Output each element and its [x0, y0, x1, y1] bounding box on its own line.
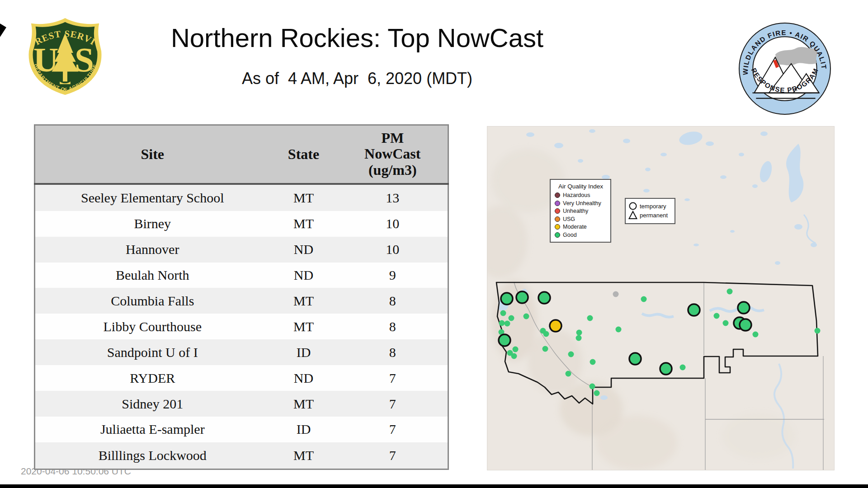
site-marker-good: [629, 353, 641, 365]
monitor-type-icons: [628, 202, 637, 221]
site-marker-good: [738, 302, 750, 314]
cell-site: Juliaetta E-sampler: [35, 417, 270, 442]
cell-site: Libby Courthouse: [35, 314, 270, 339]
site-marker-good: [740, 319, 751, 331]
permanent-triangle-icon: [629, 211, 637, 219]
table-row: Seeley Elementary SchoolMT13: [35, 184, 448, 211]
table-row: Juliaetta E-samplerID7: [35, 417, 448, 442]
aqi-legend-item: Moderate: [555, 224, 607, 230]
page-edge-mark: [0, 23, 6, 37]
forest-service-logo: FOREST SERVICE U S DEPARTMENT OF AGRICUL…: [25, 16, 105, 99]
site-marker-good: [688, 304, 700, 316]
aqi-map: Air Quality Index HazardousVery Unhealth…: [487, 127, 834, 470]
table-row: Sidney 201MT7: [35, 391, 448, 417]
site-marker-good: [723, 320, 729, 326]
table-row: Sandpoint U of IID8: [35, 339, 448, 365]
site-marker-good: [524, 314, 529, 319]
col-header-pm-nowcast: PMNowCast(ug/m3): [338, 125, 448, 184]
cell-site: Billlings Lockwood: [35, 442, 270, 469]
cell-state: ID: [270, 339, 338, 365]
table-header-row: Site State PMNowCast(ug/m3): [35, 125, 448, 184]
cell-value: 8: [338, 288, 448, 314]
site-marker-good: [660, 363, 672, 375]
table-row: BirneyMT10: [35, 211, 448, 237]
site-marker-good: [590, 359, 596, 365]
table-row: RYDERND7: [35, 365, 448, 391]
cell-site: Seeley Elementary School: [35, 184, 270, 211]
site-marker-good: [616, 327, 622, 333]
forest-service-shield-icon: FOREST SERVICE U S DEPARTMENT OF AGRICUL…: [25, 16, 105, 97]
cell-site: Columbia Falls: [35, 288, 270, 314]
aqi-legend-item: Good: [555, 232, 607, 238]
cell-site: Hannover: [35, 237, 270, 263]
cell-state: ID: [270, 417, 338, 442]
site-marker-good: [566, 371, 571, 377]
site-marker-good: [727, 289, 733, 295]
table-row: Billlings LockwoodMT7: [35, 442, 448, 469]
wfaqrp-badge-icon: WILDLAND FIRE • AIR QUALITY RESPONSE PRO…: [737, 21, 833, 117]
aqi-legend-item: Very Unhealthy: [555, 200, 607, 206]
cell-value: 8: [338, 339, 448, 365]
aqi-legend: Air Quality Index HazardousVery Unhealth…: [550, 179, 611, 243]
cell-value: 10: [338, 237, 448, 263]
table-row: Columbia FallsMT8: [35, 288, 448, 314]
cell-state: ND: [270, 237, 338, 263]
map-canvas: [487, 127, 834, 470]
col-header-site: Site: [35, 125, 270, 184]
site-marker-no_data: [613, 291, 619, 297]
site-marker-good: [680, 365, 686, 371]
site-marker-good: [516, 291, 528, 303]
cell-value: 9: [338, 263, 448, 288]
aqi-item-label: Unhealthy: [563, 208, 588, 214]
temporary-circle-icon: [630, 203, 637, 210]
wfaqrp-logo: WILDLAND FIRE • AIR QUALITY RESPONSE PRO…: [737, 21, 833, 118]
site-marker-good: [568, 352, 574, 357]
cell-state: MT: [270, 442, 338, 469]
cell-site: Birney: [35, 211, 270, 237]
site-marker-good: [594, 390, 600, 396]
site-marker-good: [499, 334, 510, 346]
aqi-color-dot-icon: [555, 201, 560, 206]
monitor-type-legend: temporary permanent: [625, 198, 675, 224]
aqi-color-dot-icon: [555, 216, 560, 222]
aqi-legend-item: USG: [555, 216, 607, 222]
aqi-color-dot-icon: [555, 224, 560, 230]
site-marker-good: [590, 384, 595, 389]
site-marker-good: [513, 347, 519, 352]
site-marker-good: [587, 315, 593, 321]
cell-state: MT: [270, 211, 338, 237]
site-marker-moderate: [550, 320, 561, 332]
site-marker-good: [509, 315, 514, 321]
cell-state: ND: [270, 365, 338, 391]
aqi-color-dot-icon: [555, 232, 560, 238]
page-subtitle: As of 4 AM, Apr 6, 2020 (MDT): [136, 69, 579, 88]
site-marker-good: [641, 296, 647, 302]
aqi-color-dot-icon: [555, 208, 560, 214]
site-marker-good: [714, 313, 720, 319]
pm-header: PMNowCast(ug/m3): [338, 130, 448, 178]
permanent-label: permanent: [640, 211, 668, 220]
cell-site: RYDER: [35, 365, 270, 391]
cell-site: Sandpoint U of I: [35, 339, 270, 365]
aqi-legend-items: HazardousVery UnhealthyUnhealthyUSGModer…: [555, 192, 607, 238]
aqi-item-label: Hazardous: [563, 192, 590, 198]
table-row: Libby CourthouseMT8: [35, 314, 448, 339]
site-marker-good: [542, 346, 548, 352]
aqi-legend-title: Air Quality Index: [555, 183, 607, 190]
cell-state: ND: [270, 263, 338, 288]
cell-site: Sidney 201: [35, 391, 270, 417]
table-row: Beulah NorthND9: [35, 263, 448, 288]
site-marker-good: [576, 335, 582, 341]
cell-state: MT: [270, 314, 338, 339]
site-marker-good: [753, 332, 759, 338]
table-row: HannoverND10: [35, 237, 448, 263]
aqi-item-label: Very Unhealthy: [563, 200, 601, 206]
aqi-item-label: Moderate: [563, 224, 587, 230]
cell-value: 8: [338, 314, 448, 339]
cell-site: Beulah North: [35, 263, 270, 288]
cell-state: MT: [270, 184, 338, 211]
site-marker-good: [511, 353, 517, 359]
cell-value: 10: [338, 211, 448, 237]
aqi-legend-item: Hazardous: [555, 192, 607, 198]
aqi-legend-item: Unhealthy: [555, 208, 607, 214]
